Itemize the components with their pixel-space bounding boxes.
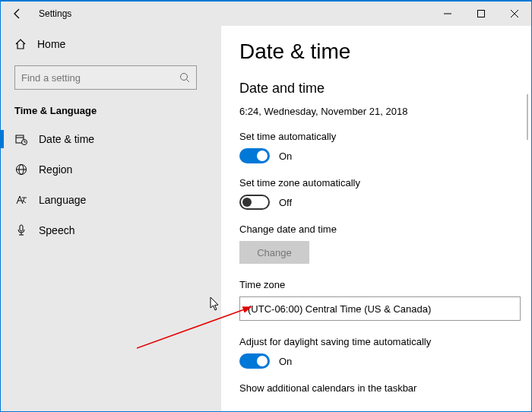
dst-state: On (279, 356, 292, 367)
timezone-value: (UTC-06:00) Central Time (US & Canada) (248, 303, 431, 315)
set-tz-auto-row: Off (239, 195, 531, 210)
change-button: Change (239, 241, 309, 264)
microphone-icon (14, 224, 28, 236)
dst-row: On (239, 353, 531, 369)
svg-point-2 (181, 74, 188, 81)
titlebar: Settings (1, 2, 531, 26)
sidebar: Home Time & Language Date & time (1, 26, 221, 411)
nav-label: Language (39, 194, 86, 206)
page-title: Date & time (239, 40, 531, 64)
nav-label: Region (39, 163, 72, 176)
nav-label: Speech (39, 224, 74, 236)
set-time-auto-state: On (279, 151, 292, 162)
nav-date-time[interactable]: Date & time (1, 124, 221, 154)
home-label: Home (37, 38, 65, 50)
search-container (14, 65, 207, 90)
section-header: Time & Language (1, 100, 221, 124)
close-button[interactable] (498, 2, 531, 26)
nav-label: Date & time (39, 133, 94, 145)
app-title: Settings (39, 8, 71, 19)
language-icon (14, 194, 28, 206)
maximize-button[interactable] (464, 2, 498, 26)
window-controls (431, 2, 531, 26)
back-button[interactable] (1, 2, 34, 26)
minimize-button[interactable] (431, 2, 464, 26)
set-time-auto-toggle[interactable] (239, 148, 270, 163)
nav-language[interactable]: Language (1, 185, 221, 215)
calendar-clock-icon (14, 133, 28, 145)
set-tz-auto-state: Off (279, 197, 292, 208)
search-icon (179, 72, 190, 83)
body: Home Time & Language Date & time (1, 26, 531, 411)
svg-rect-10 (20, 225, 23, 231)
dst-toggle[interactable] (239, 353, 270, 369)
tz-label: Time zone (239, 279, 531, 290)
globe-icon (14, 163, 28, 176)
main-content: Date & time Date and time 6:24, Wednesda… (221, 26, 531, 411)
search-box[interactable] (14, 65, 197, 90)
set-time-auto-label: Set time automatically (239, 131, 531, 142)
svg-line-3 (187, 80, 190, 83)
subheader: Date and time (239, 81, 531, 97)
nav-region[interactable]: Region (1, 154, 221, 185)
svg-rect-1 (478, 11, 485, 17)
home-icon (14, 38, 27, 50)
dst-label: Adjust for daylight saving time automati… (239, 336, 531, 347)
set-time-auto-row: On (239, 148, 531, 163)
timezone-select[interactable]: (UTC-06:00) Central Time (US & Canada) (239, 296, 521, 321)
home-nav[interactable]: Home (1, 30, 221, 58)
scrollbar[interactable] (527, 94, 528, 140)
set-tz-auto-label: Set time zone automatically (239, 177, 531, 189)
current-datetime: 6:24, Wednesday, November 21, 2018 (239, 106, 531, 117)
calendars-label: Show additional calendars in the taskbar (239, 382, 531, 394)
change-dt-label: Change date and time (239, 223, 531, 235)
set-tz-auto-toggle[interactable] (239, 195, 270, 210)
settings-window: Settings Home (0, 0, 532, 412)
nav-speech[interactable]: Speech (1, 215, 221, 246)
search-input[interactable] (21, 72, 179, 84)
